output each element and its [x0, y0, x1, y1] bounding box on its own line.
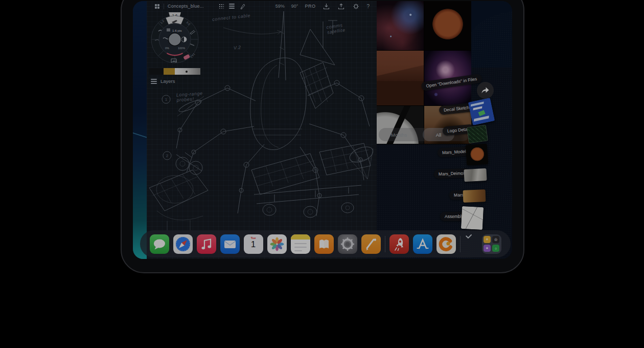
layers-button[interactable]: Layers	[151, 78, 175, 84]
dots-grid-icon	[219, 4, 224, 9]
marketing-stage: 1 2 connect to cable comms satellit	[0, 0, 644, 348]
share-forward-button[interactable]	[477, 82, 494, 99]
drag-thumb-mars-deimos[interactable]	[464, 168, 487, 182]
dock-app-safari[interactable]	[173, 234, 193, 254]
dock-app-settings[interactable]	[338, 234, 357, 254]
dock-collapse-button[interactable]	[465, 234, 478, 254]
rotation-value[interactable]: 90°	[291, 4, 298, 9]
photos-app-window: Months All	[377, 1, 471, 144]
dock-app-rocket[interactable]	[389, 234, 409, 254]
dock-divider	[460, 236, 461, 252]
color-swatch-bar[interactable]	[149, 68, 200, 75]
drag-thumb-decal-sketches[interactable]	[468, 98, 495, 125]
tab-months[interactable]: Months	[391, 132, 407, 138]
dock-app-books[interactable]	[314, 234, 334, 254]
photo-horsehead-nebula[interactable]	[377, 1, 424, 50]
swatch-black[interactable]	[149, 68, 164, 75]
wallpaper-strip	[133, 1, 147, 259]
stacked-lines-icon	[229, 4, 235, 9]
wheel-center-knob[interactable]	[169, 33, 181, 46]
app-library-mini-star: ★	[484, 245, 491, 252]
ipad-device: 1 2 connect to cable comms satellit	[121, 0, 524, 273]
safari-compass-icon	[173, 234, 193, 254]
app-library-mini-yellow: ☀	[484, 236, 491, 243]
pen-nib-icon	[240, 3, 246, 9]
books-open-book-icon	[314, 234, 334, 254]
layers-label: Layers	[160, 78, 175, 84]
pages-pen-icon	[361, 234, 381, 254]
photo-mars-planet[interactable]	[424, 1, 471, 50]
drag-thumb-assembly[interactable]	[461, 206, 484, 230]
grid-icon	[155, 4, 159, 9]
drag-thumb-logo-detail[interactable]	[467, 125, 488, 144]
photos-flower-icon	[267, 234, 287, 254]
tool-wheel[interactable]: 1.6 1.3 3.5 6.8 14.5	[149, 12, 200, 66]
mail-envelope-icon	[220, 234, 240, 254]
app-library-mini-camera: ◎	[492, 236, 499, 243]
opacity-max-label: 100%	[178, 47, 185, 50]
concepts-c-icon	[436, 234, 456, 254]
brush-size-value: 1.6 pts	[172, 29, 182, 32]
document-title[interactable]: Concepts_blue...	[168, 4, 204, 9]
projects-grid-button[interactable]	[153, 2, 161, 10]
pencil-tool-segment[interactable]	[166, 16, 183, 24]
dock-app-pages[interactable]	[361, 234, 381, 254]
dock-divider	[385, 236, 385, 252]
toolbar-divider	[164, 4, 164, 9]
export-icon	[338, 3, 344, 10]
forward-arrow-icon	[481, 86, 490, 94]
swatch-gold[interactable]	[164, 68, 175, 75]
rocket-icon	[389, 234, 409, 254]
layers-menu-button[interactable]	[228, 2, 236, 10]
drag-thumb-mars[interactable]	[463, 189, 486, 203]
dock-app-appstore[interactable]	[413, 234, 432, 254]
svg-text:1: 1	[165, 97, 168, 102]
help-button[interactable]: ?	[366, 4, 370, 9]
concepts-app-window: 1 2 connect to cable comms satellit	[147, 1, 377, 259]
pen-tool-button[interactable]	[239, 2, 247, 10]
dock-app-notes[interactable]	[291, 234, 310, 254]
gradient-marker	[186, 71, 188, 73]
calendar-day: 1	[251, 240, 256, 249]
pro-badge[interactable]: PRO	[305, 4, 315, 9]
dock-app-messages[interactable]	[150, 234, 169, 254]
opacity-min-label: 0%	[165, 47, 169, 50]
messages-bubble-icon	[150, 234, 169, 254]
ring-size-3: 6.8	[173, 60, 177, 63]
photo-grid	[377, 1, 471, 144]
zoom-level[interactable]: 59%	[275, 4, 285, 9]
gear-icon	[353, 3, 359, 10]
dock-app-music[interactable]	[197, 234, 216, 254]
drag-thumb-mars-model[interactable]	[466, 144, 489, 166]
notes-yellow-band	[291, 234, 310, 240]
settings-gear-icon	[338, 234, 357, 254]
annotation-version: V.2	[234, 45, 241, 50]
chevron-down-icon	[465, 234, 472, 238]
music-note-icon	[197, 234, 216, 254]
ipad-screen: 1 2 connect to cable comms satellit	[133, 1, 512, 259]
dock-app-mail[interactable]	[220, 234, 240, 254]
export-share-button[interactable]	[337, 2, 345, 10]
dock-app-concepts[interactable]	[436, 234, 456, 254]
precision-grid-button[interactable]	[217, 2, 225, 10]
app-library-mini-green: ○	[492, 245, 499, 252]
dock-app-photos[interactable]	[267, 234, 287, 254]
appstore-a-icon	[413, 234, 432, 254]
layers-icon	[151, 79, 157, 84]
import-icon	[323, 3, 330, 10]
dock-app-calendar[interactable]: Tue 1	[244, 234, 263, 254]
settings-button[interactable]	[352, 2, 360, 10]
photo-mars-landscape[interactable]	[377, 51, 424, 105]
svg-text:2: 2	[166, 154, 169, 158]
swatch-gradient[interactable]	[175, 68, 200, 75]
dock: Tue 1	[140, 230, 511, 257]
dock-app-library[interactable]: ☀ ◎ ★ ○	[482, 234, 501, 254]
import-button[interactable]	[322, 2, 330, 10]
concepts-toolbar: Concepts_blue... 59% 90° PRO	[147, 1, 377, 11]
